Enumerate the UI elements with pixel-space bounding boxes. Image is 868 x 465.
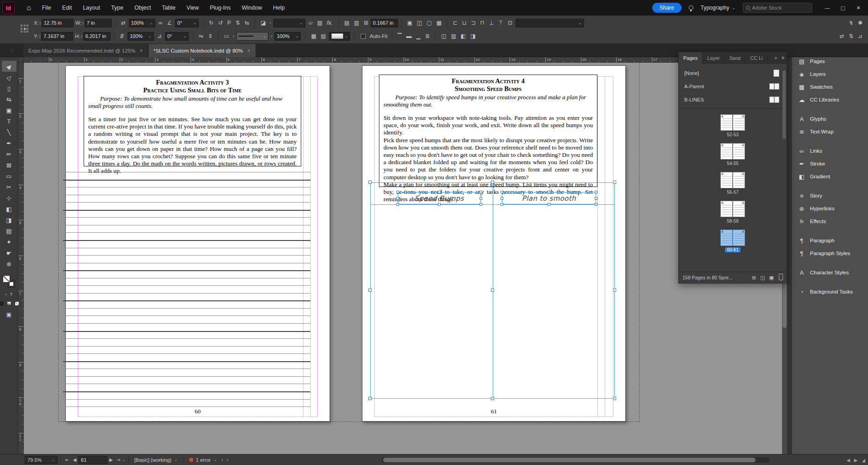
transparency-icon[interactable]: ▨: [315, 18, 325, 28]
text-frame-options-icon[interactable]: ▥: [351, 18, 361, 28]
resize-grip-icon[interactable]: ◢: [862, 458, 865, 463]
ruler-origin-corner[interactable]: [18, 57, 24, 63]
selection-handle[interactable]: [368, 181, 372, 184]
vertical-align-bottom-icon[interactable]: ▁: [414, 31, 423, 41]
horizontal-ruler[interactable]: 01234567891011121314151617: [18, 57, 787, 63]
dock-paragraph-styles[interactable]: ¶Paragraph Styles: [792, 247, 868, 260]
tab-close-icon[interactable]: ✕: [247, 48, 250, 53]
distribute-space-h-icon[interactable]: ◧: [458, 31, 468, 41]
formatting-affects-text-icon[interactable]: T: [10, 292, 13, 297]
indesign-logo[interactable]: Id: [2, 2, 15, 14]
next-error-button[interactable]: ›: [225, 457, 230, 462]
distribute-horizontal-icon[interactable]: ◫: [439, 31, 448, 41]
selection-handle[interactable]: [548, 203, 550, 206]
select-container-icon[interactable]: ◪: [258, 18, 268, 28]
maximize-button[interactable]: ▢: [835, 0, 851, 16]
direct-selection-tool[interactable]: ▷: [2, 72, 16, 83]
panel-overflow-icon[interactable]: »: [772, 52, 780, 64]
stroke-panel-icon[interactable]: ▭: [222, 31, 231, 41]
constrain-scale-icon[interactable]: ∞: [156, 18, 165, 28]
opacity-combo[interactable]: 100%⌄: [274, 32, 301, 41]
frame-fitting-fit-icon[interactable]: ◫: [415, 18, 424, 28]
align-right-icon[interactable]: ⊐: [469, 18, 478, 28]
dock-stroke[interactable]: ✒Stroke: [792, 157, 868, 170]
height-field[interactable]: [83, 32, 111, 41]
previous-error-button[interactable]: ‹: [220, 457, 225, 462]
spread-thumbnail[interactable]: AA58-59: [720, 201, 745, 224]
dock-glyphs[interactable]: AGlyphs: [792, 112, 868, 125]
panel-tab-swat[interactable]: Swat: [725, 52, 746, 64]
menu-edit[interactable]: Edit: [57, 0, 78, 16]
selection-handle[interactable]: [613, 181, 616, 184]
preflight-profile-combo[interactable]: [Basic] (working) ⌄: [132, 457, 181, 463]
selection-handle[interactable]: [396, 191, 399, 193]
reference-point-proxy[interactable]: [21, 25, 29, 33]
hand-tool[interactable]: ☛: [2, 247, 16, 258]
corner-options-icon[interactable]: ⊡: [506, 18, 515, 28]
page-61[interactable]: Fragmentation Activity 4 Smoothing Speed…: [362, 65, 626, 422]
swap-dimensions-icon[interactable]: ⇄: [119, 18, 128, 28]
auto-fit-checkbox[interactable]: [361, 34, 366, 39]
spread-thumbnail[interactable]: AA56-57: [720, 172, 745, 195]
selection-handle[interactable]: [479, 191, 482, 193]
panel-options-icon[interactable]: ✱: [856, 18, 865, 28]
new-spread-icon[interactable]: ◫: [760, 275, 765, 281]
edit-page-size-icon[interactable]: ⊞: [752, 275, 756, 281]
vertical-align-top-icon[interactable]: ▔: [395, 31, 404, 41]
preflight-error-combo[interactable]: 1 error ⌄: [186, 457, 220, 463]
gutter-field[interactable]: [371, 19, 398, 27]
parent-row-a-parent[interactable]: A-Parent: [679, 80, 787, 93]
clear-transform-icon[interactable]: ⊿: [856, 31, 865, 41]
scale-link-icon[interactable]: ⇵: [117, 31, 127, 41]
selection-handle[interactable]: [501, 203, 503, 206]
selection-handle[interactable]: [613, 397, 616, 400]
parent-row-none[interactable]: [None]: [679, 66, 787, 80]
first-page-button[interactable]: ⇤: [64, 457, 71, 462]
dock-character-styles[interactable]: ACharacter Styles: [792, 266, 868, 279]
gradient-feather-tool[interactable]: ◨: [2, 214, 16, 225]
dock-story[interactable]: ≡Story: [792, 189, 868, 202]
spread-thumbnail[interactable]: AA54-55: [720, 143, 745, 166]
effects-menu[interactable]: fx.: [325, 20, 335, 26]
flip-h-icon[interactable]: ⇋: [197, 31, 206, 41]
menu-object[interactable]: Object: [129, 0, 156, 16]
fill-swatch-combo[interactable]: ⌄: [329, 32, 350, 41]
spread-thumbnail[interactable]: AA60-61: [720, 230, 745, 252]
selection-handle[interactable]: [396, 203, 399, 206]
spread-label[interactable]: 52-53: [725, 132, 740, 137]
scale-x-combo[interactable]: 100%⌄: [129, 19, 155, 27]
menu-table[interactable]: Table: [156, 0, 181, 16]
spread-thumbnail[interactable]: AA52-53: [720, 114, 745, 137]
gradient-swatch-tool[interactable]: ◧: [2, 203, 16, 214]
spread-label[interactable]: 60-61: [725, 247, 740, 252]
new-page-icon[interactable]: ▣: [769, 275, 774, 281]
menu-file[interactable]: File: [37, 0, 57, 16]
stepper-icon[interactable]: ▴▾: [39, 34, 41, 38]
share-button[interactable]: Share: [652, 3, 682, 13]
dock-links[interactable]: ∞Links: [792, 144, 868, 157]
quick-apply-icon[interactable]: ↯: [847, 18, 856, 28]
free-transform-tool[interactable]: ⊹: [2, 192, 16, 203]
pen-tool[interactable]: ✒: [2, 138, 16, 149]
selection-handle[interactable]: [438, 203, 441, 206]
flip-horizontal-icon[interactable]: ⇆: [242, 18, 251, 28]
width-field[interactable]: [85, 19, 112, 27]
x-position-field[interactable]: [42, 19, 74, 27]
drop-shadow-icon[interactable]: ▱: [306, 18, 315, 28]
document-tab[interactable]: Expo Map 2026 Recommended.indd @ 125%✕: [23, 44, 149, 57]
selection-handle[interactable]: [548, 191, 550, 193]
rotate-ccw-icon[interactable]: ↺: [216, 18, 225, 28]
close-button[interactable]: ✕: [851, 0, 866, 16]
flip-vertical-icon[interactable]: ⇅: [233, 18, 242, 28]
scissors-tool[interactable]: ✂: [2, 182, 16, 192]
home-icon[interactable]: ⌂: [27, 4, 31, 12]
next-page-button[interactable]: ▶: [107, 457, 115, 462]
dock-effects[interactable]: fxEffects: [792, 215, 868, 228]
last-page-button[interactable]: ⇥: [115, 457, 122, 462]
document-tab[interactable]: *SLSC Custom Notebook.indd @ 80%✕: [149, 44, 256, 57]
workspace-switcher[interactable]: Typography ⌄: [701, 5, 735, 11]
vertical-ruler[interactable]: 1234567891 01 1: [18, 63, 24, 454]
page-number-field[interactable]: [78, 456, 107, 464]
note-tool[interactable]: ▤: [2, 225, 16, 236]
menu-type[interactable]: Type: [106, 0, 129, 16]
